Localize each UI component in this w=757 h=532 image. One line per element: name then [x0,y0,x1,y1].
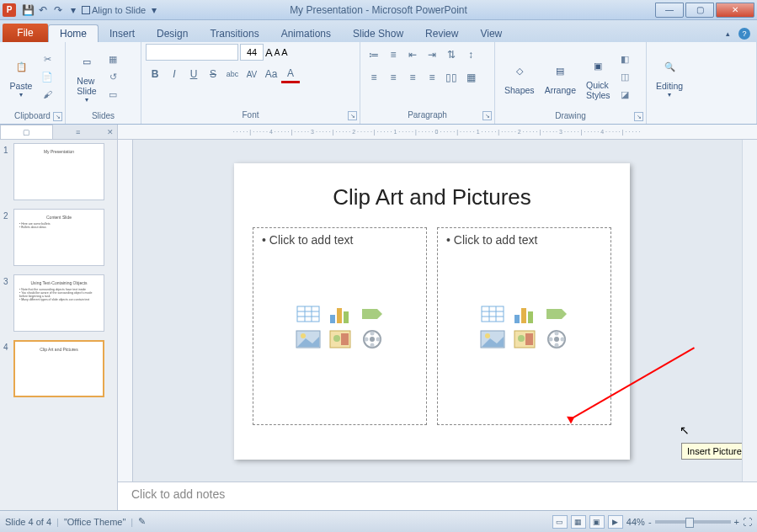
minimize-button[interactable]: — [655,3,684,18]
dialog-launcher-icon[interactable]: ↘ [348,111,357,120]
copy-icon[interactable]: 📄 [40,69,55,84]
insert-picture-icon[interactable] [478,328,507,350]
insert-media-icon[interactable] [542,328,571,350]
insert-smartart-icon[interactable] [358,303,386,325]
current-slide[interactable]: Clip Art and Pictures Click to add text [234,163,630,460]
italic-button[interactable]: I [165,65,184,83]
font-color-button[interactable]: A [281,65,300,83]
insert-clipart-icon[interactable] [510,328,539,350]
slide-thumbnail[interactable]: 1My Presentation [3,143,114,200]
undo-icon[interactable] [36,3,50,17]
content-placeholder-left[interactable]: Click to add text [253,227,427,425]
change-case-button[interactable]: Aa [262,65,280,83]
zoom-out-button[interactable]: - [648,517,652,527]
increase-indent-icon[interactable]: ⇥ [423,45,441,64]
slide-canvas[interactable]: Clip Art and Pictures Click to add text [133,140,742,481]
save-icon[interactable]: 💾 [21,3,35,17]
tab-transitions[interactable]: Transitions [199,25,269,42]
tab-view[interactable]: View [469,25,513,42]
tab-insert[interactable]: Insert [99,25,146,42]
outline-tab[interactable]: ≡ [53,125,104,139]
redo-icon[interactable] [51,3,65,17]
arrange-button[interactable]: ▤ Arrange [540,44,581,109]
insert-clipart-icon[interactable] [326,328,355,350]
shapes-button[interactable]: ◇ Shapes [499,44,540,109]
strike-button[interactable]: S [204,65,222,83]
slide-thumbnail[interactable]: 4Clip Art and Pictures [3,340,114,397]
tab-review[interactable]: Review [414,25,469,42]
layout-icon[interactable]: ▦ [105,51,120,66]
tab-animations[interactable]: Animations [270,25,342,42]
smartart-convert-icon[interactable]: ▦ [461,68,480,87]
normal-view-button[interactable]: ▭ [552,515,568,529]
slide-thumbnail[interactable]: 2Content Slide• Here are some bullets• B… [3,209,114,266]
decrease-indent-icon[interactable]: ⇤ [403,45,422,64]
slide-title[interactable]: Clip Art and Pictures [253,184,611,210]
reading-view-button[interactable]: ▣ [589,515,605,529]
tab-home[interactable]: Home [48,24,99,42]
editing-button[interactable]: 🔍 Editing ▾ [651,44,688,109]
slides-tab[interactable]: ▢ [0,125,53,139]
content-placeholder-right[interactable]: Click to add text [437,227,611,425]
help-icon[interactable]: ? [738,28,750,40]
underline-button[interactable]: U [184,65,203,83]
vertical-scrollbar[interactable] [742,140,757,481]
qat-align-label[interactable]: Align to Slide [92,3,146,17]
clear-format-icon[interactable]: A [281,47,287,57]
text-direction-icon[interactable]: ↕ [461,45,480,64]
close-button[interactable]: ✕ [716,3,754,18]
paste-button[interactable]: 📋 Paste ▾ [4,44,38,109]
insert-picture-icon[interactable] [294,328,323,350]
tab-design[interactable]: Design [146,25,199,42]
ribbon-minimize-icon[interactable]: ▴ [722,28,733,40]
shape-fill-icon[interactable]: ◧ [617,51,632,66]
columns-icon[interactable]: ▯▯ [442,68,461,87]
font-name-input[interactable] [146,44,238,61]
shadow-button[interactable]: abc [223,65,242,83]
line-spacing-icon[interactable]: ⇅ [442,45,461,64]
insert-smartart-icon[interactable] [542,303,571,325]
qat-dropdown-icon[interactable]: ▾ [147,3,161,17]
dialog-launcher-icon[interactable]: ↘ [634,112,643,121]
panel-close-icon[interactable]: ✕ [104,125,117,139]
notes-pane[interactable]: Click to add notes [118,481,757,510]
insert-media-icon[interactable] [358,328,386,350]
insert-table-icon[interactable] [294,303,323,325]
insert-chart-icon[interactable] [510,303,539,325]
powerpoint-icon[interactable]: P [3,3,16,17]
quick-styles-button[interactable]: ▣ Quick Styles [581,44,616,109]
numbering-icon[interactable]: ≡ [384,45,402,64]
zoom-in-button[interactable]: + [734,517,739,527]
insert-table-icon[interactable] [478,303,507,325]
reset-icon[interactable]: ↺ [105,69,120,84]
align-center-icon[interactable]: ≡ [384,68,402,87]
bold-button[interactable]: B [146,65,164,83]
section-icon[interactable]: ▭ [105,87,120,102]
insert-chart-icon[interactable] [326,303,355,325]
grow-font-icon[interactable]: A [265,46,273,59]
file-tab[interactable]: File [3,24,48,42]
slideshow-view-button[interactable]: ▶ [608,515,623,529]
shape-effects-icon[interactable]: ◪ [617,87,632,102]
maximize-button[interactable]: ▢ [685,3,714,18]
shape-outline-icon[interactable]: ◫ [617,69,632,84]
sorter-view-button[interactable]: ▦ [571,515,586,529]
zoom-slider[interactable] [655,520,731,524]
spellcheck-icon[interactable]: ✎ [138,516,146,527]
dialog-launcher-icon[interactable]: ↘ [53,112,62,121]
dialog-launcher-icon[interactable]: ↘ [482,111,492,120]
tab-slideshow[interactable]: Slide Show [342,25,414,42]
align-left-icon[interactable]: ≡ [365,68,383,87]
placeholder-icon[interactable] [82,6,90,14]
align-right-icon[interactable]: ≡ [403,68,422,87]
justify-icon[interactable]: ≡ [423,68,441,87]
cut-icon[interactable]: ✂ [40,51,55,66]
font-size-input[interactable] [240,44,264,61]
bullets-icon[interactable]: ≔ [365,45,383,64]
qat-dropdown-icon[interactable]: ▾ [67,3,80,17]
char-spacing-button[interactable]: AV [243,65,261,83]
new-slide-button[interactable]: ▭ New Slide ▾ [70,44,104,109]
shrink-font-icon[interactable]: A [275,48,280,57]
fit-window-button[interactable]: ⛶ [743,517,752,527]
slide-thumbnail[interactable]: 3Using Text-Containing Objects• Note tha… [3,274,114,332]
